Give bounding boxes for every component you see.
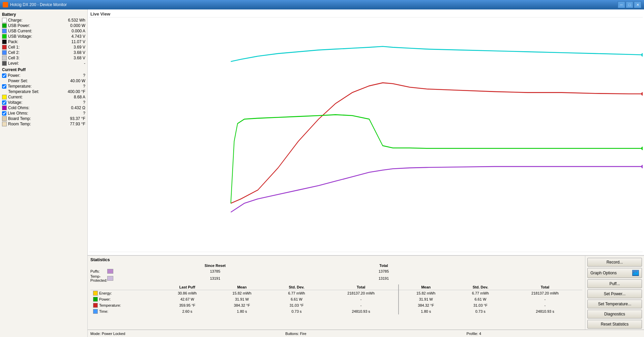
puff-value-8: 93.37 °F xyxy=(65,116,85,121)
close-button[interactable]: ✕ xyxy=(634,1,641,8)
battery-color-0 xyxy=(2,18,7,23)
puff-value-5: ? xyxy=(65,100,85,105)
stat-mean2-3: 1.80 s xyxy=(399,308,453,314)
total-label: Total xyxy=(293,264,475,268)
temp-protected-label: Temp-Protected: xyxy=(90,274,107,282)
battery-row-0: Charge: 6.532 Wh xyxy=(1,18,86,23)
stat-total-1: - xyxy=(324,296,399,302)
puff-checkbox-0[interactable] xyxy=(2,73,6,78)
record-button[interactable]: Record... xyxy=(587,258,642,267)
battery-row-5: Cell 1: 3.69 V xyxy=(1,44,86,50)
status-bar: Mode: Power Locked Buttons: Fire Profile… xyxy=(88,330,644,337)
total-temp-protected: 13191 xyxy=(293,276,475,280)
battery-row-7: Cell 3: 3.68 V xyxy=(1,55,86,61)
puff-label-5: Voltage: xyxy=(8,100,64,105)
chart-area: Live View 377.23 4.62 40.04 xyxy=(88,9,644,255)
stats-area: Statistics Since Reset Total xyxy=(88,256,585,330)
profile-status: Profile: 4 xyxy=(467,332,481,336)
puff-row-7: Live Ohms: ? xyxy=(1,111,86,116)
graph-options-label: Graph Options xyxy=(590,271,617,275)
puff-checkbox-7[interactable] xyxy=(2,111,6,116)
svg-rect-11 xyxy=(633,273,634,275)
stat-total-0: 218137.20 mWh xyxy=(324,290,399,297)
stat-stddev-3: 0.73 s xyxy=(269,308,324,314)
stat-stddev2-1: 6.61 W xyxy=(453,296,508,302)
puff-color-9 xyxy=(2,122,7,126)
buttons-status: Buttons: Fire xyxy=(285,332,306,336)
puff-value-9: 77.93 °F xyxy=(65,122,85,126)
puff-row-3: Temperature Set: 400.00 °F xyxy=(1,89,86,94)
battery-color-8 xyxy=(2,61,7,66)
stat-label-3: Time: xyxy=(99,309,108,313)
puff-value-3: 400.00 °F xyxy=(65,89,85,94)
puff-row-0: Power: ? xyxy=(1,73,86,78)
puff-value-7: ? xyxy=(65,111,85,116)
stats-row-1: Power: 42.67 W 31.91 W 6.61 W - 31.91 W … xyxy=(90,296,582,302)
left-panel: Battery Charge: 6.532 Wh USB Power: 0.00… xyxy=(0,9,88,337)
svg-rect-14 xyxy=(637,271,638,275)
battery-label-1: USB Power: xyxy=(8,23,64,28)
battery-color-3 xyxy=(2,34,7,39)
battery-value-2: 0.000 A xyxy=(65,29,85,33)
battery-label-2: USB Current: xyxy=(8,29,64,33)
stat-label-1: Power: xyxy=(99,297,111,301)
battery-value-7: 3.68 V xyxy=(65,56,85,60)
battery-color-2 xyxy=(2,29,7,33)
col-header-total: Total xyxy=(324,284,399,290)
battery-value-8: - xyxy=(65,61,85,66)
stat-lastpuff-3: 2.60 s xyxy=(160,308,214,314)
statistics-header: Statistics xyxy=(90,257,582,262)
col-header-0 xyxy=(90,284,160,290)
battery-label-0: Charge: xyxy=(8,18,64,23)
set-temperature-button[interactable]: Set Temperature... xyxy=(587,300,642,308)
puff-row-8: Board Temp: 93.37 °F xyxy=(1,116,86,121)
battery-row-2: USB Current: 0.000 A xyxy=(1,28,86,34)
puff-checkbox-5[interactable] xyxy=(2,100,6,105)
col-header-mean2: Mean xyxy=(399,284,453,290)
battery-value-6: 3.68 V xyxy=(65,50,85,55)
puffs-color-box xyxy=(107,269,113,274)
maximize-button[interactable]: □ xyxy=(626,1,633,8)
battery-header: Battery xyxy=(2,12,85,17)
puff-button[interactable]: Puff... xyxy=(587,279,642,288)
puff-checkbox-2[interactable] xyxy=(2,84,6,89)
battery-row-6: Cell 2: 3.68 V xyxy=(1,50,86,55)
stat-color-3 xyxy=(93,309,98,314)
puff-row-2: Temperature: ? xyxy=(1,84,86,89)
title-bar: Hotcig DX 200 - Device Monitor ─ □ ✕ xyxy=(0,0,644,9)
stats-row-2: Temperature: 359.95 °F 384.32 °F 31.03 °… xyxy=(90,302,582,308)
diagnostics-button[interactable]: Diagnostics xyxy=(587,310,642,318)
puff-row-5: Voltage: ? xyxy=(1,100,86,105)
stat-mean2-0: 15.82 mWh xyxy=(399,290,453,297)
reset-statistics-button[interactable]: Reset Statistics xyxy=(587,320,642,329)
puff-value-1: 40.00 W xyxy=(65,79,85,83)
col-header-total2: Total xyxy=(508,284,582,290)
graph-options-button[interactable]: Graph Options xyxy=(587,268,642,278)
app-icon xyxy=(3,2,8,7)
since-reset-temp-protected: 13191 xyxy=(138,276,293,280)
set-power-button[interactable]: Set Power... xyxy=(587,289,642,298)
stat-stddev2-0: 6.77 mWh xyxy=(453,290,508,297)
stat-total2-2: - xyxy=(508,302,582,308)
stat-total-3: 24810.93 s xyxy=(324,308,399,314)
stat-color-1 xyxy=(93,297,98,302)
stat-mean2-2: 384.32 °F xyxy=(399,302,453,308)
right-buttons-panel: Record... Graph Options Puff... Set Powe… xyxy=(585,256,644,330)
stat-lastpuff-1: 42.67 W xyxy=(160,296,214,302)
stat-total2-0: 218137.20 mWh xyxy=(508,290,582,297)
current-puff-header: Current Puff xyxy=(2,67,85,72)
stat-mean2-1: 31.91 W xyxy=(399,296,453,302)
puff-label-9: Room Temp: xyxy=(8,122,64,126)
stat-total-2: - xyxy=(324,302,399,308)
stat-total2-1: - xyxy=(508,296,582,302)
stat-mean-0: 15.82 mWh xyxy=(214,290,269,297)
puff-label-7: Live Ohms: xyxy=(8,111,64,116)
minimize-button[interactable]: ─ xyxy=(618,1,625,8)
puff-label-0: Power: xyxy=(8,73,64,78)
puff-row-1: Power Set: 40.00 W xyxy=(1,78,86,84)
stat-label-0: Energy: xyxy=(99,291,112,295)
stat-mean-1: 31.91 W xyxy=(214,296,269,302)
graph-icon xyxy=(632,270,639,276)
battery-value-5: 3.69 V xyxy=(65,45,85,50)
battery-row-3: USB Voltage: 4.743 V xyxy=(1,34,86,39)
